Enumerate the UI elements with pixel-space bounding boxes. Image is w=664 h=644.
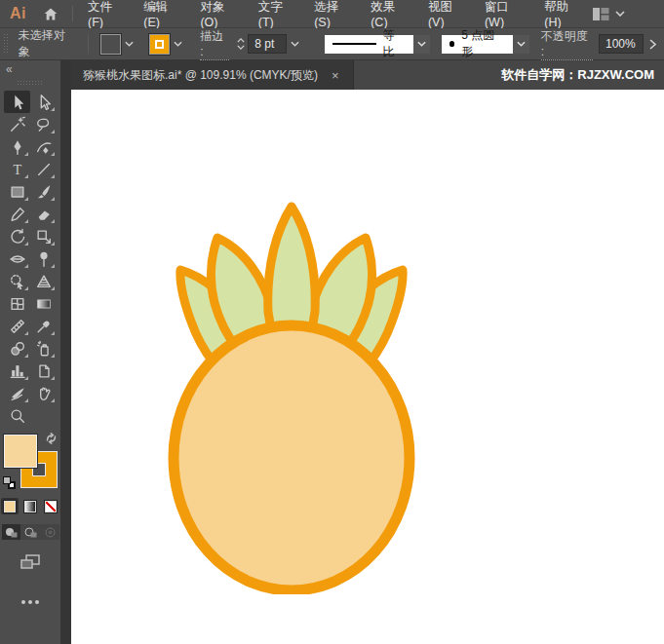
gradient-icon — [35, 295, 53, 313]
default-fill-stroke-icon[interactable] — [3, 476, 16, 489]
opacity-panel-link[interactable]: 不透明度 : — [541, 28, 593, 60]
fill-proxy-swatch[interactable] — [4, 435, 37, 468]
rectangle-tool[interactable] — [4, 180, 30, 203]
measure-tool[interactable] — [4, 315, 30, 337]
blend-tool[interactable] — [4, 337, 30, 360]
draw-normal-button[interactable] — [2, 524, 20, 540]
stroke-color-swatch[interactable] — [149, 34, 170, 55]
width-tool[interactable] — [4, 247, 30, 270]
chevron-down-icon — [174, 41, 182, 47]
fill-color-swatch[interactable] — [100, 34, 121, 55]
symbol-sprayer-tool[interactable] — [30, 337, 57, 360]
menu-help[interactable]: 帮助(H) — [535, 0, 593, 27]
pineapple-body[interactable] — [174, 325, 410, 590]
tool-grid: T — [4, 91, 57, 427]
fill-dropdown-button[interactable] — [121, 34, 137, 55]
hand-icon — [35, 385, 53, 402]
gradient-button[interactable] — [21, 498, 39, 514]
document-tab[interactable]: 猕猴桃水果图标.ai* @ 109.91% (CMYK/预览) × — [71, 60, 354, 90]
draw-behind-button[interactable] — [21, 524, 40, 540]
eraser-icon — [35, 206, 53, 223]
brush-dropdown[interactable] — [513, 35, 529, 54]
magic-wand-tool[interactable] — [4, 113, 30, 135]
width-profile-dropdown[interactable] — [413, 35, 430, 54]
menu-view[interactable]: 视图(V) — [419, 0, 476, 27]
pen-icon — [9, 138, 26, 156]
free-transform-icon — [35, 228, 53, 246]
magic-wand-icon — [9, 116, 26, 133]
menu-window[interactable]: 窗口(W) — [476, 0, 535, 27]
brush-label: 5 点圆形 — [461, 27, 505, 60]
eraser-tool[interactable] — [30, 203, 57, 225]
pineapple-artwork[interactable] — [165, 199, 418, 594]
slice-knife-icon — [9, 385, 26, 402]
width-profile-label: 等比 — [383, 27, 406, 60]
change-screen-mode-button[interactable] — [20, 553, 41, 575]
paintbrush-tool[interactable] — [30, 180, 57, 203]
collapse-panel-button[interactable]: « — [0, 60, 60, 76]
stroke-width-stepper[interactable] — [237, 38, 245, 50]
shape-builder-tool[interactable] — [4, 270, 30, 292]
toolbar-drag-handle[interactable] — [17, 80, 44, 85]
workspace-switcher[interactable] — [593, 7, 664, 21]
menu-object[interactable]: 对象(O) — [191, 0, 249, 27]
close-tab-button[interactable]: × — [330, 68, 341, 83]
color-button[interactable] — [1, 498, 19, 514]
direct-selection-tool[interactable] — [30, 91, 57, 113]
menu-edit[interactable]: 编辑(E) — [135, 0, 191, 27]
rotate-tool[interactable] — [4, 225, 30, 247]
eyedropper-tool[interactable] — [30, 315, 57, 337]
zoom-tool[interactable] — [4, 404, 30, 427]
pen-tool[interactable] — [4, 135, 30, 158]
slice-tool[interactable] — [4, 382, 30, 404]
selection-tool[interactable] — [4, 91, 30, 113]
stroke-dropdown-button[interactable] — [170, 34, 186, 55]
perspective-grid-tool[interactable] — [30, 270, 57, 292]
none-button[interactable] — [42, 498, 59, 514]
brush-select[interactable]: 5 点圆形 — [442, 35, 514, 54]
fill-color-control[interactable] — [100, 34, 137, 55]
stepper-up-icon[interactable] — [237, 38, 245, 43]
lasso-tool[interactable] — [30, 113, 57, 135]
menu-type[interactable]: 文字(T) — [250, 0, 305, 27]
edit-toolbar-button[interactable] — [21, 600, 39, 604]
gradient-swatch-icon — [24, 501, 36, 512]
artboard-canvas[interactable] — [71, 90, 664, 644]
curvature-tool[interactable] — [30, 135, 57, 158]
shape-builder-icon — [9, 273, 26, 290]
menu-bar: Ai 文件(F) 编辑(E) 对象(O) 文字(T) 选择(S) 效果(C) 视… — [0, 0, 664, 28]
drawing-mode-buttons — [2, 524, 59, 540]
chevron-right-icon — [649, 39, 656, 50]
column-graph-tool[interactable] — [4, 360, 30, 382]
document-tab-bar: 猕猴桃水果图标.ai* @ 109.91% (CMYK/预览) × 软件自学网：… — [71, 60, 664, 90]
stroke-width-value[interactable]: 8 pt — [248, 34, 287, 54]
line-segment-tool[interactable] — [30, 158, 57, 180]
round-brush-icon — [449, 41, 455, 47]
opacity-value[interactable]: 100% — [599, 34, 644, 54]
type-tool[interactable]: T — [4, 158, 30, 180]
panel-drag-handle[interactable] — [3, 33, 10, 55]
home-button[interactable] — [35, 0, 66, 27]
default-fill-mini — [3, 476, 11, 484]
eyedropper-icon — [35, 318, 53, 335]
selection-status: 未选择对象 — [10, 27, 89, 60]
menu-effect[interactable]: 效果(C) — [362, 0, 419, 27]
free-transform-tool[interactable] — [30, 225, 57, 247]
mesh-tool[interactable] — [4, 292, 30, 315]
hand-tool[interactable] — [30, 382, 57, 404]
stroke-width-dropdown[interactable] — [287, 34, 303, 55]
puppet-warp-tool[interactable] — [30, 247, 57, 270]
chevron-down-icon — [517, 41, 526, 47]
more-options-button[interactable] — [649, 39, 656, 50]
stepper-down-icon[interactable] — [237, 45, 245, 50]
stroke-color-control[interactable] — [149, 34, 186, 55]
artboard-tool[interactable] — [30, 360, 57, 382]
stroke-panel-link[interactable]: 描边 : — [200, 28, 229, 60]
menu-file[interactable]: 文件(F) — [79, 0, 135, 27]
swap-fill-stroke-icon[interactable] — [45, 433, 58, 444]
menu-select[interactable]: 选择(S) — [305, 0, 362, 27]
chevron-down-icon — [125, 41, 134, 47]
width-profile-select[interactable]: 等比 — [325, 35, 413, 54]
pencil-tool[interactable] — [4, 203, 30, 225]
gradient-tool[interactable] — [30, 292, 57, 315]
